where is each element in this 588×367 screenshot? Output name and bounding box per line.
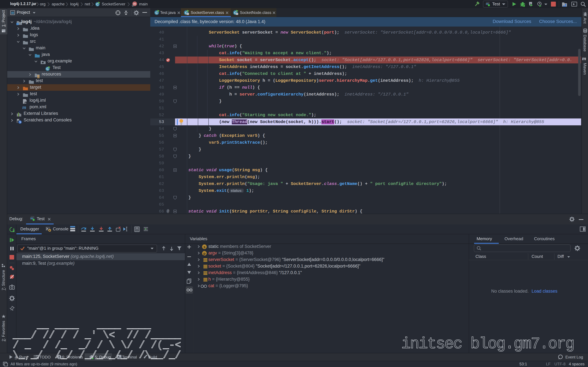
svg-text:p: p: [203, 251, 205, 256]
svg-text:s: s: [203, 245, 205, 249]
svg-text:m: m: [133, 2, 136, 5]
